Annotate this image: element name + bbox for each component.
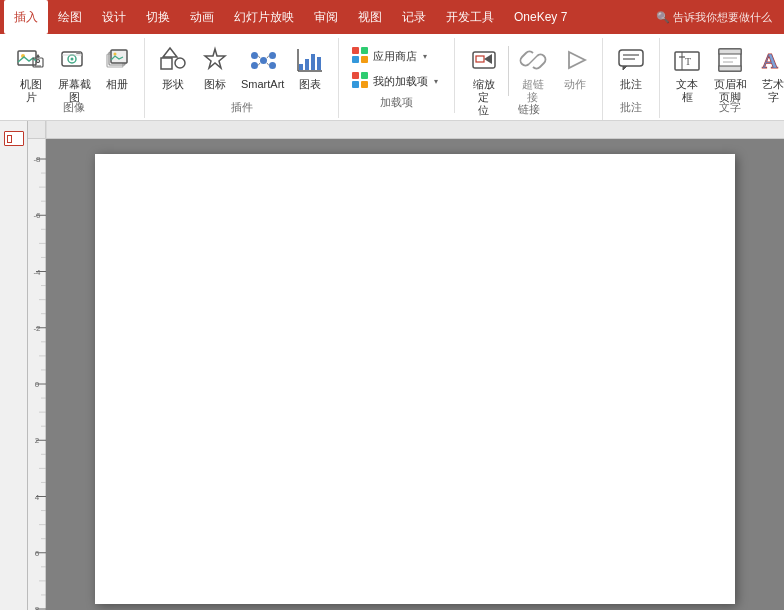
menu-item-design[interactable]: 设计	[92, 0, 136, 34]
image-group-label: 图像	[12, 98, 136, 118]
menu-items: 插入 绘图 设计 切换 动画 幻灯片放映 审阅 视图	[4, 0, 577, 34]
menu-item-insert[interactable]: 插入	[4, 0, 48, 34]
picture-icon	[15, 44, 47, 76]
smartart-button[interactable]: SmartArt	[237, 42, 288, 98]
link-items: 缩放定位 超链接	[463, 42, 594, 100]
textbox-icon: T	[671, 44, 703, 76]
text-items: T 文本框	[668, 42, 784, 98]
svg-rect-16	[161, 58, 172, 69]
slide-canvas[interactable]	[46, 139, 784, 610]
ruler-corner	[28, 121, 46, 139]
icons-button[interactable]: 图标	[195, 42, 235, 98]
svg-line-28	[267, 63, 269, 66]
svg-rect-39	[352, 72, 359, 79]
insert-group-label: 插件	[153, 98, 330, 118]
wordart-button[interactable]: A A 艺术字	[754, 42, 784, 98]
ribbon-group-insert: 形状 图标	[145, 38, 339, 118]
svg-text:2: 2	[35, 436, 40, 445]
content-area: -8-6-4-202468	[0, 121, 784, 610]
album-icon	[101, 44, 133, 76]
v-ruler-svg: -8-6-4-202468	[28, 139, 46, 610]
addins-group-label: 加载项	[347, 93, 446, 113]
svg-rect-57	[719, 66, 741, 71]
appstore-button[interactable]: 应用商店 ▾	[347, 44, 446, 68]
svg-text:A: A	[762, 48, 778, 73]
menu-item-transition[interactable]: 切换	[136, 0, 180, 34]
horizontal-ruler	[46, 121, 784, 139]
comment-icon	[615, 44, 647, 76]
textbox-button[interactable]: T 文本框	[668, 42, 706, 98]
chart-button[interactable]: 图表	[290, 42, 330, 98]
svg-marker-47	[569, 52, 585, 68]
svg-rect-24	[269, 62, 276, 69]
link-separator	[508, 46, 509, 96]
smartart-icon	[247, 44, 279, 76]
hyperlink-label: 超链接	[517, 78, 549, 104]
shapes-icon	[157, 44, 189, 76]
ribbon-group-image: 机图片	[4, 38, 145, 118]
zoom-button[interactable]: 缩放定位	[463, 42, 503, 98]
addins-items: 应用商店 ▾	[347, 42, 446, 93]
svg-rect-56	[719, 49, 741, 54]
comment-group-label: 批注	[611, 98, 651, 118]
smartart-label: SmartArt	[241, 78, 284, 91]
slide-red-box	[7, 135, 12, 143]
svg-point-9	[71, 58, 74, 61]
menu-item-animation[interactable]: 动画	[180, 0, 224, 34]
ribbon-group-addins: 应用商店 ▾	[339, 38, 455, 113]
svg-rect-31	[311, 54, 315, 70]
album-button[interactable]: 相册	[98, 42, 136, 98]
svg-marker-19	[205, 49, 225, 68]
shapes-button[interactable]: 形状	[153, 42, 193, 98]
myaddin-button[interactable]: 我的加载项 ▾	[347, 69, 446, 93]
svg-point-17	[175, 58, 185, 68]
menu-item-onekey[interactable]: OneKey 7	[504, 0, 577, 34]
svg-text:8: 8	[35, 605, 40, 610]
zoom-icon	[468, 44, 500, 76]
comment-label: 批注	[620, 78, 642, 91]
svg-rect-44	[476, 56, 484, 62]
svg-text:-8: -8	[33, 155, 41, 164]
menu-bar: 插入 绘图 设计 切换 动画 幻灯片放映 审阅 视图	[0, 0, 784, 34]
svg-text:0: 0	[35, 380, 40, 389]
menu-item-draw[interactable]: 绘图	[48, 0, 92, 34]
icons-icon	[199, 44, 231, 76]
slide-thumb-1[interactable]	[4, 131, 24, 146]
svg-rect-48	[619, 50, 643, 66]
svg-point-15	[114, 53, 117, 56]
slide-page[interactable]	[95, 154, 735, 604]
slide-panel	[0, 121, 28, 610]
insert-items: 形状 图标	[153, 42, 330, 98]
menu-item-slideshow[interactable]: 幻灯片放映	[224, 0, 304, 34]
hyperlink-button[interactable]: 超链接	[513, 42, 553, 98]
canvas-row: -8-6-4-202468	[28, 139, 784, 610]
h-ruler-row	[28, 121, 784, 139]
appstore-arrow: ▾	[423, 52, 427, 61]
svg-rect-42	[361, 81, 368, 88]
header-footer-button[interactable]: 页眉和页脚	[708, 42, 752, 98]
screenshot-icon	[58, 44, 90, 76]
menu-item-record[interactable]: 记录	[392, 0, 436, 34]
myaddin-label: 我的加载项	[373, 74, 428, 89]
menu-item-review[interactable]: 审阅	[304, 0, 348, 34]
insert-picture-button[interactable]: 机图片	[12, 42, 50, 98]
album-label: 相册	[106, 78, 128, 91]
comment-button[interactable]: 批注	[611, 42, 651, 98]
screenshot-button[interactable]: 屏幕截图	[52, 42, 96, 98]
svg-rect-37	[352, 56, 359, 63]
svg-text:4: 4	[35, 493, 40, 502]
menu-item-view[interactable]: 视图	[348, 0, 392, 34]
action-button[interactable]: 动作	[555, 42, 594, 98]
svg-rect-38	[361, 56, 368, 63]
svg-rect-20	[251, 52, 258, 59]
text-group-label: 文字	[668, 98, 784, 118]
svg-line-26	[258, 63, 260, 66]
appstore-label: 应用商店	[373, 49, 417, 64]
svg-rect-10	[76, 51, 81, 54]
vertical-ruler: -8-6-4-202468	[28, 139, 46, 610]
svg-rect-41	[352, 81, 359, 88]
svg-rect-32	[317, 57, 321, 70]
menu-item-developer[interactable]: 开发工具	[436, 0, 504, 34]
appstore-icon	[351, 46, 369, 66]
svg-text:-2: -2	[33, 324, 41, 333]
